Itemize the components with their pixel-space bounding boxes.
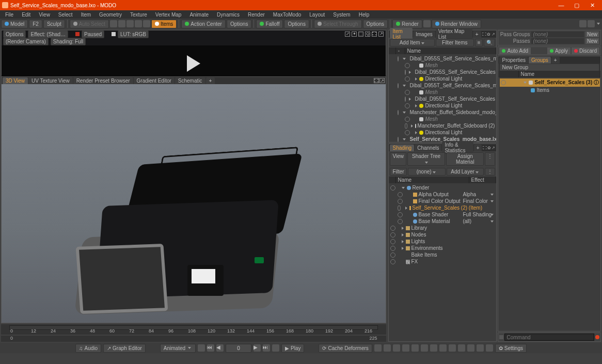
panel-max-icon[interactable]: ⛶ xyxy=(483,146,487,150)
tab-uv[interactable]: UV Texture View xyxy=(28,77,73,84)
minimize-button[interactable]: — xyxy=(553,1,569,10)
record-icon[interactable] xyxy=(595,335,599,339)
model-button[interactable]: Model xyxy=(1,20,28,28)
anim-icon[interactable] xyxy=(486,344,493,352)
shader-row[interactable]: Render xyxy=(389,184,496,191)
renderwindow-button[interactable]: Render Window xyxy=(432,20,481,28)
maximize-button[interactable]: ▢ xyxy=(569,1,584,10)
anim-icon[interactable] xyxy=(402,344,409,352)
shadertree-dropdown[interactable]: Shader Tree xyxy=(407,152,445,166)
cmd-icon[interactable] xyxy=(499,335,503,339)
add-item-button[interactable]: Add Item xyxy=(390,39,434,46)
record-icon[interactable] xyxy=(75,32,80,36)
item-row[interactable]: Directional Light xyxy=(389,129,496,136)
tab-schematic[interactable]: Schematic xyxy=(175,77,205,84)
tab-properties[interactable]: Properties xyxy=(499,57,528,64)
sculpt-button[interactable]: Sculpt xyxy=(43,20,65,28)
preview-tool-icon[interactable]: ⛶ xyxy=(372,31,377,37)
command-input[interactable] xyxy=(504,334,594,341)
passgroups-new[interactable]: New xyxy=(585,31,599,37)
actioncenter-button[interactable]: Action Center xyxy=(181,20,226,28)
animated-dropdown[interactable]: Animated xyxy=(160,344,196,353)
groups-tree[interactable]: Self_Service_Scales (3) ⓘ Items xyxy=(498,77,600,331)
newgroup-button[interactable]: New Group xyxy=(499,64,599,71)
preview-tool-icon[interactable]: ⤢ xyxy=(345,31,350,37)
preview-options[interactable]: Options xyxy=(3,30,26,38)
play-icon[interactable] xyxy=(187,55,200,72)
autoselect-button[interactable]: Auto Select xyxy=(70,20,109,28)
menu-view[interactable]: View xyxy=(36,11,53,18)
tool-icon[interactable] xyxy=(135,20,142,27)
tab-shading[interactable]: Shading xyxy=(390,145,414,151)
tab-add[interactable]: + xyxy=(551,57,560,64)
visibility-icon[interactable] xyxy=(501,80,506,85)
item-row[interactable]: Manchester_Buffet_Sideboard (2) xyxy=(389,122,496,129)
tool-icon[interactable] xyxy=(143,20,150,27)
shader-row[interactable]: Library xyxy=(389,225,496,231)
preview-camera[interactable]: (Render Camera) xyxy=(3,38,49,45)
item-row[interactable]: Mesh xyxy=(389,89,496,96)
item-row[interactable]: Dibal_D955S_Self_Service_Scales xyxy=(389,69,496,75)
close-button[interactable]: ✕ xyxy=(584,1,600,10)
vp-tool-icon[interactable]: ⛶ xyxy=(374,78,379,83)
preview-effect[interactable]: Effect: (Shad… xyxy=(28,30,68,38)
menu-dynamics[interactable]: Dynamics xyxy=(214,11,243,18)
step-back-icon[interactable]: ◀ xyxy=(216,344,224,352)
item-row[interactable]: Dibal_D955T_Self_Service_Scales (2) xyxy=(389,96,496,102)
anim-icon[interactable] xyxy=(477,344,484,352)
render-button[interactable]: Render xyxy=(392,20,422,28)
anim-icon[interactable] xyxy=(430,344,437,352)
autoadd-button[interactable]: Auto Add xyxy=(499,48,531,54)
vp-tool-icon[interactable]: ↗ xyxy=(379,78,385,83)
menu-select[interactable]: Select xyxy=(55,11,76,18)
shader-row[interactable]: Nodes xyxy=(389,231,496,238)
anim-icon[interactable] xyxy=(449,344,456,352)
preview-tool-icon[interactable]: ⬚ xyxy=(358,31,363,37)
menu-item[interactable]: Item xyxy=(78,11,94,18)
item-row[interactable]: Manchester_Buffet_Sideboard_modo_bas… xyxy=(389,109,496,116)
tool-icon[interactable] xyxy=(126,20,134,27)
item-row[interactable]: Dibal_D955T_Self_Service_Scales_modo_… xyxy=(389,82,496,89)
options3-button[interactable]: Options xyxy=(363,20,388,28)
tab-channels[interactable]: Channels xyxy=(415,145,441,151)
filter-opt-icon[interactable]: ≡ xyxy=(475,39,483,46)
panel-max-icon[interactable]: ⛶ xyxy=(482,32,486,37)
passes-new[interactable]: New xyxy=(585,38,599,44)
tab-3dview[interactable]: 3D View xyxy=(3,77,28,84)
f2-button[interactable]: F2 xyxy=(29,20,42,28)
anim-icon[interactable] xyxy=(374,344,382,352)
shader-row[interactable]: Bake Items xyxy=(389,251,496,258)
cachedeformers-button[interactable]: ⟳ Cache Deformers xyxy=(319,344,372,353)
selthrough-button[interactable]: Select Through xyxy=(314,20,362,28)
tool-icon[interactable] xyxy=(110,20,117,27)
shader-row[interactable]: fxFX xyxy=(389,258,496,265)
menu-help[interactable]: Help xyxy=(356,11,373,18)
preview-lut[interactable]: LUT: sRGB xyxy=(118,30,149,38)
panel-pop-icon[interactable]: ↗ xyxy=(492,32,496,37)
item-row[interactable]: Dibal_D955S_Self_Service_Scales_modo_… xyxy=(389,55,496,62)
options2-button[interactable]: Options xyxy=(284,20,309,28)
timeline-range[interactable]: 0 225 xyxy=(1,336,386,342)
preview-paused[interactable]: Paused xyxy=(82,30,104,38)
lock-icon[interactable] xyxy=(112,32,116,36)
passgroups-value[interactable]: (none) xyxy=(531,31,584,37)
item-row[interactable]: Mesh xyxy=(389,116,496,122)
passes-value[interactable]: (none) xyxy=(531,38,584,44)
key-next-icon[interactable] xyxy=(272,344,279,352)
assign-opt-icon[interactable]: ⋮ xyxy=(485,152,495,166)
menu-edit[interactable]: Edit xyxy=(19,11,34,18)
assign-material-button[interactable]: Assign Material xyxy=(446,152,484,166)
items-button[interactable]: Items xyxy=(151,20,177,28)
filter-search-icon[interactable]: 🔍 xyxy=(484,39,495,46)
tab-groups[interactable]: Groups xyxy=(529,57,551,64)
filter-dropdown[interactable]: (none) xyxy=(408,168,446,176)
panel-pop-icon[interactable]: ↗ xyxy=(492,146,495,150)
tab-gradient[interactable]: Gradient Editor xyxy=(134,77,175,84)
filter-items-field[interactable]: Filter Items xyxy=(436,39,474,46)
key-prev-icon[interactable] xyxy=(198,344,205,352)
goto-end-icon[interactable]: ⏭ xyxy=(263,344,270,352)
menu-file[interactable]: File xyxy=(2,11,17,18)
falloff-button[interactable]: Falloff xyxy=(256,20,283,28)
shader-row[interactable]: Environments xyxy=(389,245,496,251)
goto-start-icon[interactable]: ⏮ xyxy=(207,344,214,352)
